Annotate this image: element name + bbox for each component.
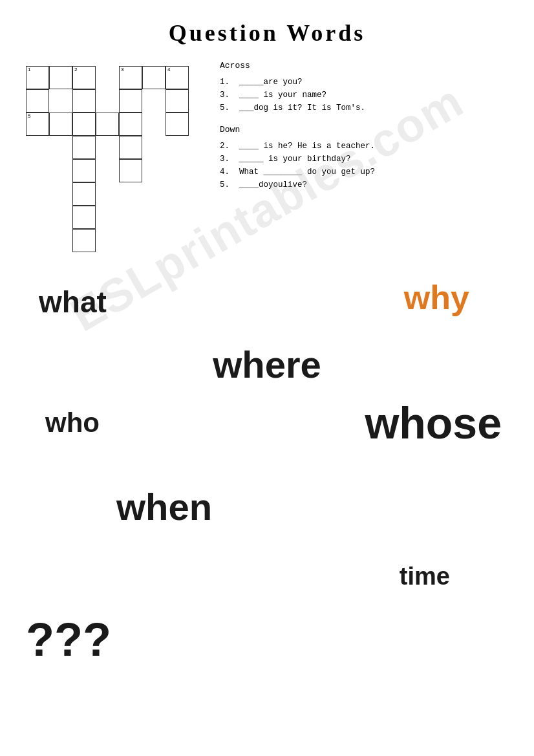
cell-r4c5 (119, 136, 142, 159)
cell-r7c6-empty (142, 206, 166, 229)
clues-section: Across 1. _____are you? 3. ____ is your … (220, 59, 508, 252)
cell-r8c2-empty (49, 229, 72, 252)
crossword-grid: 1 2 3 4 5 (26, 66, 207, 252)
word-what: what (39, 285, 107, 319)
cell-r5c3 (72, 159, 96, 182)
crossword-section: 1 2 3 4 5 (26, 59, 207, 252)
cell-r2c5 (119, 89, 142, 113)
cell-r4c1-empty (26, 136, 49, 159)
cell-r4c4-empty (96, 136, 119, 159)
cell-r6c4-empty (96, 182, 119, 206)
cell-r4c7-empty (166, 136, 189, 159)
cell-r7c4-empty (96, 206, 119, 229)
word-who: who (45, 407, 100, 438)
cell-r3c7 (166, 113, 189, 136)
down-clue-5: 5. ____doyoulive? (220, 178, 508, 191)
cell-r2c6-empty (142, 89, 166, 113)
word-when: when (116, 485, 212, 528)
cell-r6c7-empty (166, 182, 189, 206)
cell-r1c6 (142, 66, 166, 89)
cell-r5c2-empty (49, 159, 72, 182)
cell-r6c2-empty (49, 182, 72, 206)
words-area: what why where who whose when time ??? (0, 272, 534, 673)
page-title: Question Words (0, 0, 534, 59)
down-clue-4: 4. What ________ do you get up? (220, 166, 508, 178)
cell-r4c2-empty (49, 136, 72, 159)
cell-r7c2-empty (49, 206, 72, 229)
word-where: where (213, 343, 321, 386)
cell-r3c5 (119, 113, 142, 136)
cell-r6c6-empty (142, 182, 166, 206)
across-clue-5: 5. ___dog is it? It is Tom's. (220, 102, 508, 114)
cell-r7c3 (72, 206, 96, 229)
cell-r7c7-empty (166, 206, 189, 229)
cell-r1c5: 3 (119, 66, 142, 89)
cell-r1c3: 2 (72, 66, 96, 89)
cell-r3c3 (72, 113, 96, 136)
across-clue-1: 1. _____are you? (220, 76, 508, 89)
down-clue-2: 2. ____ is he? He is a teacher. (220, 140, 508, 153)
cell-r3c1: 5 (26, 113, 49, 136)
question-marks: ??? (26, 613, 111, 666)
cell-r2c3 (72, 89, 96, 113)
cell-r8c3 (72, 229, 96, 252)
content-area: 1 2 3 4 5 (0, 59, 534, 252)
cell-r3c2 (49, 113, 72, 136)
cell-r6c5-empty (119, 182, 142, 206)
word-why: why (404, 278, 469, 317)
cell-r5c6-empty (142, 159, 166, 182)
cell-r6c1-empty (26, 182, 49, 206)
cell-r5c1-empty (26, 159, 49, 182)
cell-r1c7: 4 (166, 66, 189, 89)
cell-r8c6-empty (142, 229, 166, 252)
cell-r5c7-empty (166, 159, 189, 182)
down-label: Down (220, 124, 508, 137)
cell-r3c6-empty (142, 113, 166, 136)
cell-r2c7 (166, 89, 189, 113)
cell-r8c4-empty (96, 229, 119, 252)
cell-r1c2 (49, 66, 72, 89)
cell-r8c7-empty (166, 229, 189, 252)
cell-r8c5-empty (119, 229, 142, 252)
cell-r5c5 (119, 159, 142, 182)
cell-r8c1-empty (26, 229, 49, 252)
across-clue-3: 3. ____ is your name? (220, 89, 508, 102)
cell-r6c3 (72, 182, 96, 206)
cell-r7c1-empty (26, 206, 49, 229)
cell-r1c1: 1 (26, 66, 49, 89)
cell-r1c4-empty (96, 66, 119, 89)
cell-r2c1 (26, 89, 49, 113)
word-whose: whose (365, 398, 502, 448)
cell-r4c3 (72, 136, 96, 159)
down-clue-3: 3. _____ is your birthday? (220, 153, 508, 166)
across-label: Across (220, 59, 508, 73)
cell-r4c6-empty (142, 136, 166, 159)
cell-r5c4-empty (96, 159, 119, 182)
cell-r2c4-empty (96, 89, 119, 113)
word-time: time (400, 563, 450, 590)
cell-r2c2-empty (49, 89, 72, 113)
cell-r7c5-empty (119, 206, 142, 229)
cell-r3c4 (96, 113, 119, 136)
